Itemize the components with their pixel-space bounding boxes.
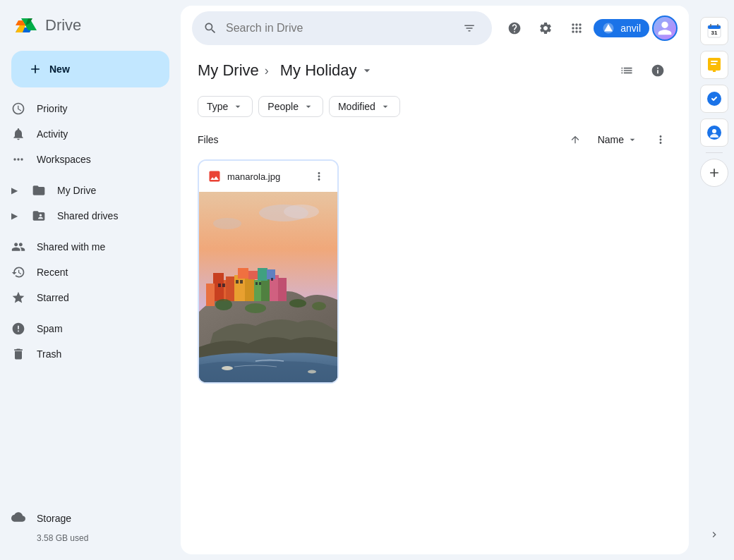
contacts-app-button[interactable]	[700, 118, 728, 147]
storage-used: 3.58 GB used	[37, 533, 169, 543]
storage-item[interactable]: Storage	[11, 504, 169, 532]
sidebar: Drive New Priority Activity Workspac	[0, 0, 181, 560]
app-title: Drive	[45, 16, 81, 35]
filter-options-button[interactable]	[458, 17, 481, 39]
star-icon	[11, 291, 25, 305]
folder-icon	[32, 183, 46, 197]
chevron-down-icon	[232, 101, 243, 112]
storage-label: Storage	[37, 513, 71, 524]
main-topbar: anvil	[181, 6, 689, 51]
svg-rect-24	[236, 280, 239, 284]
help-button[interactable]	[500, 14, 529, 42]
svg-rect-41	[711, 61, 718, 62]
svg-point-31	[289, 299, 306, 308]
calendar-icon: 31	[706, 23, 723, 39]
svg-rect-10	[226, 276, 236, 301]
sidebar-item-my-drive[interactable]: ▶ My Drive	[0, 178, 169, 203]
calendar-app-button[interactable]: 31	[700, 17, 728, 45]
sidebar-item-spam[interactable]: Spam	[0, 316, 169, 341]
new-button-label: New	[49, 63, 70, 75]
chevron-down-icon	[360, 63, 374, 78]
svg-rect-23	[222, 284, 225, 287]
svg-point-1	[13, 158, 16, 160]
svg-rect-43	[713, 69, 716, 72]
expand-arrow-icon: ▶	[11, 211, 18, 221]
sidebar-item-priority[interactable]: Priority	[0, 96, 169, 121]
sidebar-item-label: Recent	[37, 267, 68, 278]
svg-point-33	[222, 366, 233, 370]
file-card-manarola[interactable]: manarola.jpg	[198, 159, 339, 384]
breadcrumb: My Drive › My Holiday	[198, 59, 380, 83]
sidebar-item-recent[interactable]: Recent	[0, 260, 169, 285]
files-grid: manarola.jpg	[198, 159, 672, 384]
workspaces-icon	[11, 152, 25, 166]
spam-icon	[11, 322, 25, 336]
svg-rect-27	[259, 282, 261, 285]
settings-button[interactable]	[531, 14, 560, 42]
file-icon-name: manarola.jpg	[207, 169, 280, 183]
sidebar-item-label: Workspaces	[37, 154, 91, 165]
svg-rect-20	[258, 268, 267, 281]
apps-button[interactable]	[562, 14, 591, 42]
svg-point-29	[215, 299, 232, 310]
files-controls: Name	[564, 128, 672, 151]
svg-point-46	[712, 129, 716, 133]
main-content: anvil My Drive › My Holiday	[181, 6, 689, 554]
tasks-app-button[interactable]	[700, 85, 728, 113]
file-menu-button[interactable]	[309, 166, 329, 186]
svg-rect-19	[248, 271, 258, 279]
list-view-button[interactable]	[613, 56, 641, 85]
topbar-actions: anvil	[500, 14, 678, 42]
new-button[interactable]: New	[11, 51, 169, 87]
expand-arrow-icon: ▶	[11, 185, 18, 195]
sidebar-item-label: Priority	[37, 103, 68, 114]
plus-icon	[707, 166, 721, 180]
sort-ascending-icon	[570, 134, 581, 145]
sort-up-button[interactable]	[564, 131, 586, 148]
anvil-app-badge[interactable]: anvil	[594, 19, 649, 37]
people-filter[interactable]: People	[258, 96, 323, 117]
modified-filter[interactable]: Modified	[329, 96, 400, 117]
more-options-button[interactable]	[649, 128, 672, 151]
info-button[interactable]	[644, 56, 672, 85]
svg-rect-11	[206, 284, 215, 306]
files-section: Files Name	[181, 123, 689, 554]
chevron-right-icon	[709, 529, 720, 540]
panel-expand-button[interactable]	[700, 521, 728, 549]
keep-app-button[interactable]	[700, 51, 728, 79]
sidebar-item-shared-drives[interactable]: ▶ Shared drives	[0, 203, 169, 229]
shared-folder-icon	[32, 209, 46, 223]
add-app-button[interactable]	[700, 159, 728, 187]
anvil-icon	[602, 22, 615, 35]
user-avatar[interactable]	[652, 16, 678, 41]
svg-text:31: 31	[711, 30, 718, 36]
breadcrumb-current-folder[interactable]: My Holiday	[275, 59, 380, 83]
manarola-thumbnail	[199, 192, 337, 382]
sidebar-item-label: Starred	[37, 292, 69, 303]
svg-point-34	[308, 370, 316, 374]
search-bar	[192, 11, 492, 45]
sidebar-item-shared-with-me[interactable]: Shared with me	[0, 234, 169, 260]
bell-icon	[11, 127, 25, 141]
search-input[interactable]	[226, 22, 450, 35]
sidebar-item-label: Shared drives	[57, 210, 118, 221]
svg-point-30	[245, 303, 266, 313]
cloud-icon	[11, 510, 25, 526]
people-icon	[11, 240, 25, 254]
sidebar-item-starred[interactable]: Starred	[0, 285, 169, 310]
type-filter[interactable]: Type	[198, 96, 253, 117]
sort-name-button[interactable]: Name	[592, 131, 644, 148]
sidebar-item-workspaces[interactable]: Workspaces	[0, 147, 169, 172]
sidebar-item-activity[interactable]: Activity	[0, 121, 169, 147]
svg-point-0	[17, 158, 19, 160]
sidebar-item-trash[interactable]: Trash	[0, 341, 169, 367]
breadcrumb-separator: ›	[265, 63, 269, 78]
files-section-title: Files	[198, 134, 219, 145]
chevron-down-icon	[303, 101, 314, 112]
breadcrumb-parent[interactable]: My Drive	[198, 61, 259, 80]
svg-point-2	[20, 158, 23, 160]
modified-filter-label: Modified	[338, 101, 375, 112]
svg-rect-26	[255, 282, 258, 285]
sidebar-item-label: My Drive	[57, 185, 96, 196]
people-filter-label: People	[267, 101, 299, 112]
